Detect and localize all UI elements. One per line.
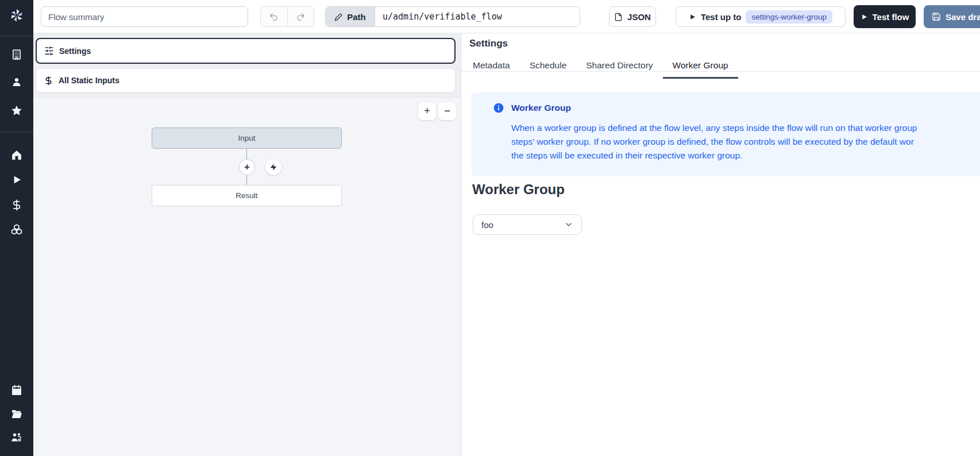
save-draft-button[interactable]: Save draft — [924, 5, 980, 28]
chevron-down-icon — [564, 220, 573, 229]
tabs-divider — [461, 71, 980, 72]
all-static-inputs-label: All Static Inputs — [59, 76, 119, 85]
add-step-button[interactable]: + — [239, 159, 255, 175]
sidebar-divider — [0, 36, 33, 36]
play-icon — [861, 13, 868, 21]
test-flow-label: Test flow — [873, 12, 909, 22]
info-box-text-line: the steps will be executed in their resp… — [511, 149, 980, 163]
worker-group-info-box: Worker Group When a worker group is defi… — [472, 92, 980, 176]
sidebar — [0, 0, 33, 456]
tab-schedule[interactable]: Schedule — [520, 54, 577, 79]
redo-icon — [296, 12, 306, 22]
info-box-title: Worker Group — [511, 103, 571, 113]
home-icon[interactable] — [11, 149, 23, 161]
building-icon[interactable] — [11, 49, 23, 61]
undo-button[interactable] — [261, 7, 288, 26]
test-flow-button[interactable]: Test flow — [854, 5, 916, 28]
input-node[interactable]: Input — [152, 127, 342, 149]
tab-shared-directory[interactable]: Shared Directory — [576, 54, 662, 79]
sidebar-divider — [0, 132, 33, 132]
test-up-to-label: Test up to — [701, 12, 742, 22]
undo-icon — [269, 12, 279, 22]
folder-open-icon[interactable] — [11, 408, 23, 420]
undo-redo-group — [260, 6, 314, 27]
test-up-to-button[interactable]: Test up to settings-worker-group — [676, 6, 846, 27]
play-icon — [689, 13, 696, 21]
path-value-input[interactable] — [375, 7, 580, 26]
flow-settings-label: Settings — [59, 47, 91, 56]
file-json-icon — [614, 13, 623, 21]
sliders-icon — [44, 46, 54, 56]
info-box-text-line: When a worker group is defined at the fl… — [511, 121, 980, 135]
settings-tabs: Metadata Schedule Shared Directory Worke… — [463, 54, 738, 79]
flow-graph-panel: Settings All Static Inputs + − Input + R… — [33, 33, 461, 456]
save-icon — [932, 12, 941, 21]
json-button[interactable]: JSON — [609, 6, 656, 27]
tab-worker-group[interactable]: Worker Group — [663, 54, 738, 79]
info-icon — [493, 102, 504, 114]
calendar-icon[interactable] — [11, 384, 23, 396]
tab-metadata[interactable]: Metadata — [463, 54, 520, 79]
edit-path-button[interactable]: Path — [326, 7, 375, 26]
json-button-label: JSON — [627, 12, 651, 22]
trigger-bolt-button[interactable] — [265, 159, 281, 175]
user-icon[interactable] — [11, 76, 23, 88]
users-settings-icon[interactable] — [11, 432, 23, 444]
worker-group-heading: Worker Group — [472, 181, 565, 198]
windmill-logo-icon[interactable] — [8, 7, 25, 24]
settings-panel: Settings Metadata Schedule Shared Direct… — [461, 33, 980, 456]
zap-icon — [269, 163, 277, 171]
boxes-icon[interactable] — [11, 224, 23, 236]
info-box-text-line: steps' worker group. If no worker group … — [511, 135, 980, 149]
redo-button[interactable] — [288, 7, 314, 26]
star-icon[interactable] — [11, 105, 23, 117]
path-group: Path — [325, 6, 580, 27]
zoom-out-button[interactable]: − — [438, 102, 456, 120]
topbar: Path JSON Test up to settings-worker-gro… — [33, 0, 980, 33]
path-label: Path — [347, 12, 366, 22]
flow-summary-input[interactable] — [41, 6, 248, 27]
zoom-in-button[interactable]: + — [418, 102, 436, 120]
result-node[interactable]: Result — [152, 185, 342, 206]
all-static-inputs-item[interactable]: All Static Inputs — [36, 68, 456, 92]
app-root: Path JSON Test up to settings-worker-gro… — [0, 0, 980, 456]
flow-settings-item[interactable]: Settings — [36, 38, 456, 64]
worker-group-select[interactable]: foo — [473, 214, 582, 235]
settings-panel-title: Settings — [469, 38, 508, 49]
worker-group-badge: settings-worker-group — [746, 10, 832, 24]
save-draft-label: Save draft — [946, 12, 980, 22]
dollar-icon — [44, 76, 53, 86]
pencil-icon — [334, 13, 343, 21]
worker-group-select-value: foo — [481, 220, 493, 230]
dollar-icon[interactable] — [11, 199, 23, 211]
play-icon[interactable] — [11, 174, 23, 186]
